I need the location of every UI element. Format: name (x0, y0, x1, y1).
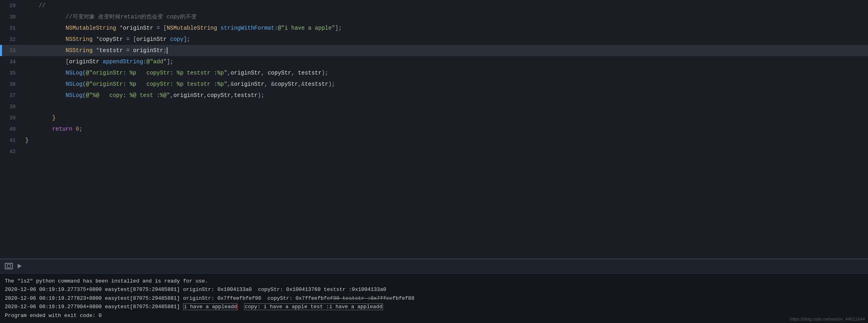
line-content-36: NSLog(@"originStr: %p copyStr: %p testst… (22, 81, 868, 87)
line-indicator-34 (0, 56, 2, 67)
code-line-36: 36 NSLog(@"originStr: %p copyStr: %p tes… (0, 79, 868, 90)
line-content-32: NSString *copyStr = [originStr copy]; (22, 36, 868, 42)
line-number-34: 34 (0, 59, 22, 65)
line-indicator-40 (0, 123, 2, 135)
code-lines: 29 // 30 //可变对象 改变时候retain的也会变 copy的不变 3… (0, 0, 868, 157)
code-line-30: 30 //可变对象 改变时候retain的也会变 copy的不变 (0, 11, 868, 22)
line-indicator-37 (0, 90, 2, 101)
code-line-39: 39 } (0, 112, 868, 123)
terminal-output: The "ls2" python command has been instal… (0, 274, 868, 323)
svg-rect-0 (7, 264, 10, 268)
line-number-35: 35 (0, 70, 22, 76)
line-content-39: } (22, 115, 868, 121)
line-indicator-35 (0, 67, 2, 79)
line-content-34: [originStr appendString:@"add"]; (22, 59, 868, 65)
comment-29: // (25, 2, 45, 9)
code-line-38: 38 (0, 101, 868, 112)
triangle-icon[interactable] (18, 264, 22, 268)
line-content-41: } (22, 137, 868, 143)
terminal-toolbar (0, 259, 868, 274)
code-line-33: 33 NSString *teststr = originStr; (0, 45, 868, 56)
line-indicator-42 (0, 146, 2, 157)
terminal-box-2: copy: i have a apple test :i have a appl… (244, 303, 383, 310)
line-indicator-38 (0, 101, 2, 112)
line-number-36: 36 (0, 81, 22, 87)
line-number-37: 37 (0, 93, 22, 99)
type-nsmutablestring: NSMutableString (66, 25, 116, 31)
line-content-30: //可变对象 改变时候retain的也会变 copy的不变 (22, 13, 868, 20)
code-line-42: 42 (0, 146, 868, 157)
line-indicator-36 (0, 79, 2, 90)
watermark: https://blog.csdn.net/weixin_44611644 (790, 317, 865, 321)
line-number-38: 38 (0, 104, 22, 110)
terminal-line-4: 2020-12-06 00:19:19.277904+0800 easytest… (5, 303, 863, 311)
line-indicator-39 (0, 112, 2, 123)
code-line-29: 29 // (0, 0, 868, 11)
line-indicator-32 (0, 34, 2, 45)
comment-30: //可变对象 改变时候retain的也会变 copy的不变 (25, 14, 197, 20)
code-line-37: 37 NSLog(@"%@ copy: %@ test :%@",originS… (0, 90, 868, 101)
line-content-40: return 0; (22, 126, 868, 132)
terminal-line-5: Program ended with exit code: 0 (5, 311, 863, 320)
terminal-line-2: 2020-12-06 00:19:19.277375+0800 easytest… (5, 285, 863, 294)
line-number-32: 32 (0, 36, 22, 42)
square-icon[interactable] (5, 263, 13, 269)
line-indicator-31 (0, 22, 2, 34)
code-editor: 29 // 30 //可变对象 改变时候retain的也会变 copy的不变 3… (0, 0, 868, 258)
line-indicator-29 (0, 0, 2, 11)
code-line-41: 41 } (0, 135, 868, 146)
line-number-41: 41 (0, 137, 22, 143)
line-number-39: 39 (0, 115, 22, 121)
line-indicator-33 (0, 45, 2, 56)
line-number-40: 40 (0, 126, 22, 132)
line-indicator-30 (0, 11, 2, 22)
terminal-line-1: The "ls2" python command has been instal… (5, 277, 863, 285)
line-number-29: 29 (0, 3, 22, 9)
line-number-42: 42 (0, 149, 22, 155)
code-line-32: 32 NSString *copyStr = [originStr copy]; (0, 34, 868, 45)
line-content-29: // (22, 2, 868, 9)
code-line-35: 35 NSLog(@"originStr: %p copyStr: %p tes… (0, 67, 868, 79)
line-number-33: 33 (0, 48, 22, 54)
line-content-35: NSLog(@"originStr: %p copyStr: %p testst… (22, 70, 868, 76)
line-indicator-41 (0, 135, 2, 146)
terminal-line-3: 2020-12-06 00:19:19.277823+0800 easytest… (5, 294, 863, 303)
line-number-31: 31 (0, 25, 22, 31)
terminal-area: The "ls2" python command has been instal… (0, 258, 868, 323)
code-line-40: 40 return 0; (0, 123, 868, 135)
code-line-34: 34 [originStr appendString:@"add"]; (0, 56, 868, 67)
line-content-33: NSString *teststr = originStr; (22, 47, 868, 54)
code-line-31: 31 NSMutableString *originStr = [NSMutab… (0, 22, 868, 34)
line-content-37: NSLog(@"%@ copy: %@ test :%@",originStr,… (22, 92, 868, 99)
terminal-box-1: i have a appleadd (183, 303, 238, 310)
line-number-30: 30 (0, 14, 22, 20)
line-content-31: NSMutableString *originStr = [NSMutableS… (22, 25, 868, 31)
